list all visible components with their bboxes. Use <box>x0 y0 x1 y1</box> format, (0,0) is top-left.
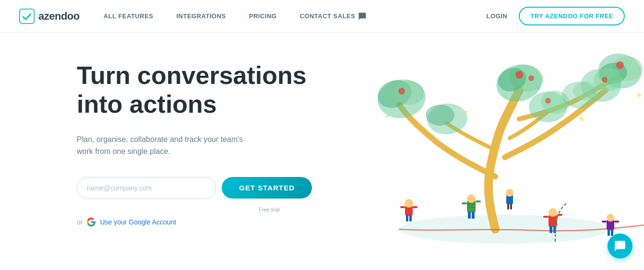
nav-contact-sales[interactable]: CONTACT SALES <box>299 12 355 20</box>
get-started-button[interactable]: GET STARTED <box>222 177 312 199</box>
svg-point-14 <box>426 105 454 126</box>
or-text: or <box>77 218 83 226</box>
tree-illustration <box>313 33 644 270</box>
svg-point-20 <box>528 75 534 81</box>
google-signin-link[interactable]: Use your Google Account <box>100 218 176 226</box>
svg-point-32 <box>467 194 476 203</box>
svg-point-58 <box>386 115 389 118</box>
logo-icon <box>19 9 35 24</box>
svg-rect-38 <box>467 207 476 208</box>
svg-rect-47 <box>608 229 610 236</box>
svg-rect-37 <box>467 204 476 205</box>
svg-point-24 <box>545 98 551 104</box>
svg-point-57 <box>637 93 641 97</box>
svg-point-18 <box>573 82 598 101</box>
left-content: Turn conversations into actions Plan, or… <box>0 33 312 270</box>
svg-point-26 <box>405 199 413 208</box>
svg-rect-49 <box>602 221 607 223</box>
brand-name: azendoo <box>38 10 80 23</box>
svg-rect-29 <box>400 206 405 208</box>
navbar: azendoo ALL FEATURES INTEGRATIONS PRICIN… <box>0 0 644 33</box>
nav-integrations[interactable]: INTEGRATIONS <box>176 12 226 20</box>
try-azendoo-button[interactable]: TRY AZENDOO FOR FREE <box>519 7 625 25</box>
svg-point-40 <box>549 208 557 217</box>
svg-point-21 <box>616 61 624 69</box>
email-cta-row: GET STARTED <box>77 177 312 199</box>
svg-rect-30 <box>413 206 417 208</box>
svg-rect-28 <box>409 215 412 222</box>
svg-rect-53 <box>507 204 509 210</box>
svg-rect-33 <box>468 211 471 219</box>
svg-point-56 <box>465 110 468 113</box>
svg-rect-27 <box>406 215 408 222</box>
svg-rect-34 <box>472 211 475 219</box>
svg-rect-35 <box>462 202 467 204</box>
nav-pricing[interactable]: PRICING <box>249 12 277 20</box>
nav-contact-sales-wrap: CONTACT SALES <box>299 12 367 21</box>
main-content: Turn conversations into actions Plan, or… <box>0 33 644 270</box>
svg-point-23 <box>602 77 608 82</box>
hero-illustration <box>308 33 644 270</box>
logo[interactable]: azendoo <box>19 9 80 24</box>
svg-point-59 <box>537 86 540 89</box>
svg-rect-48 <box>611 229 613 236</box>
hero-title: Turn conversations into actions <box>77 61 312 119</box>
login-link[interactable]: LOGIN <box>487 12 508 20</box>
nav-links: ALL FEATURES INTEGRATIONS PRICING CONTAC… <box>104 12 487 21</box>
email-input[interactable] <box>77 177 216 199</box>
google-signin-row: or Use your Google Account <box>77 217 312 227</box>
svg-rect-0 <box>20 9 34 23</box>
free-trial-label: Free trial <box>227 207 312 212</box>
svg-point-19 <box>515 71 523 79</box>
chat-button-icon <box>614 240 626 252</box>
svg-point-9 <box>594 68 622 91</box>
nav-actions: LOGIN TRY AZENDOO FOR FREE <box>487 7 625 25</box>
svg-rect-50 <box>614 221 619 223</box>
svg-point-55 <box>580 117 584 121</box>
svg-rect-43 <box>543 216 549 218</box>
nav-all-features[interactable]: ALL FEATURES <box>104 12 154 20</box>
svg-rect-41 <box>549 226 552 233</box>
hero-subtitle: Plan, organise, collaborate and track yo… <box>77 133 259 158</box>
svg-point-22 <box>398 88 405 94</box>
svg-point-46 <box>607 214 614 222</box>
chat-button[interactable] <box>608 234 632 258</box>
svg-rect-36 <box>476 200 481 202</box>
google-icon <box>86 217 96 227</box>
message-icon <box>358 12 367 21</box>
svg-point-52 <box>506 189 513 197</box>
svg-rect-54 <box>510 204 512 210</box>
